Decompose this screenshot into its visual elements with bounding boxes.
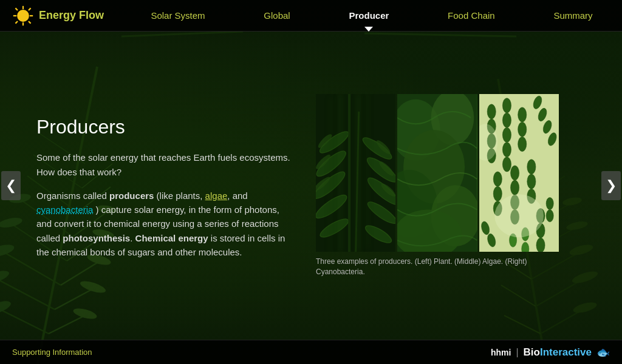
body-text-p5: . xyxy=(130,233,135,243)
algae-link[interactable]: algae xyxy=(205,190,228,201)
right-arrow-button[interactable]: ❯ xyxy=(601,171,621,200)
navbar: Energy Flow Solar System Global Producer… xyxy=(0,0,622,32)
nav-item-solar-system[interactable]: Solar System xyxy=(145,10,211,21)
svg-point-99 xyxy=(493,186,502,201)
svg-point-105 xyxy=(527,160,535,174)
svg-line-51 xyxy=(29,8,31,10)
cyanobacteria-image xyxy=(479,94,559,252)
nav-links: Solar System Global Producer Food Chain … xyxy=(121,10,622,21)
fish-icon: 🐟 xyxy=(596,346,610,359)
logo-separator: | xyxy=(516,347,518,358)
bold-chemical-energy: Chemical energy xyxy=(135,233,208,243)
svg-rect-79 xyxy=(397,94,477,252)
svg-point-91 xyxy=(518,107,526,122)
svg-point-113 xyxy=(546,198,553,210)
footer: Supporting Information hhmi | BioInterac… xyxy=(0,340,622,364)
image-caption: Three examples of producers. (Left) Plan… xyxy=(316,257,559,277)
svg-line-52 xyxy=(15,21,18,24)
nav-item-global[interactable]: Global xyxy=(258,10,296,21)
svg-line-50 xyxy=(29,21,31,24)
prev-button[interactable]: ❮ xyxy=(0,32,22,340)
svg-point-89 xyxy=(502,143,511,157)
nav-item-summary[interactable]: Summary xyxy=(547,10,598,21)
hhmi-logo: hhmi | BioInteractive 🐟 xyxy=(491,346,610,359)
svg-rect-71 xyxy=(316,94,395,252)
app-title: Energy Flow xyxy=(39,9,104,22)
cyanobacteria-link[interactable]: cyanobacteria xyxy=(36,204,93,215)
svg-point-114 xyxy=(546,210,553,222)
next-button[interactable]: ❯ xyxy=(600,32,622,340)
left-arrow-button[interactable]: ❮ xyxy=(1,171,21,200)
svg-point-118 xyxy=(494,195,544,238)
interactive-text: Interactive xyxy=(540,346,592,358)
nav-logo[interactable]: Energy Flow xyxy=(0,5,121,27)
svg-point-86 xyxy=(502,98,511,113)
supporting-info-link[interactable]: Supporting Information xyxy=(12,348,92,357)
svg-line-49 xyxy=(15,8,18,10)
image-section: Three examples of producers. (Left) Plan… xyxy=(316,94,559,277)
active-caret xyxy=(364,27,373,32)
body-text-p1: Organisms called xyxy=(36,190,109,201)
svg-point-87 xyxy=(502,113,511,127)
algae-image xyxy=(397,94,477,252)
svg-point-101 xyxy=(510,166,519,180)
bio-text: Bio xyxy=(524,346,540,358)
hhmi-text: hhmi xyxy=(491,348,511,357)
body-text-p3: , and xyxy=(227,190,247,201)
svg-point-93 xyxy=(518,137,526,152)
svg-point-102 xyxy=(510,180,519,195)
body-paragraph: Organisms called producers (like plants,… xyxy=(36,189,292,259)
text-section: Producers Some of the solar energy that … xyxy=(36,112,292,259)
sun-icon xyxy=(12,5,34,27)
section-title: Producers xyxy=(36,112,292,143)
svg-point-90 xyxy=(502,157,511,172)
svg-point-112 xyxy=(536,238,545,252)
plant-image xyxy=(316,94,395,252)
svg-point-92 xyxy=(518,122,526,136)
main-content: Producers Some of the solar energy that … xyxy=(0,32,622,340)
svg-point-106 xyxy=(527,174,535,189)
svg-point-82 xyxy=(487,104,496,119)
bio-interactive-logo: BioInteractive xyxy=(524,346,592,359)
intro-paragraph: Some of the solar energy that reaches Ea… xyxy=(36,150,292,179)
svg-point-44 xyxy=(17,10,29,22)
svg-point-88 xyxy=(502,127,511,142)
bold-producers: producers xyxy=(109,190,154,201)
nav-item-food-chain[interactable]: Food Chain xyxy=(442,10,501,21)
nav-item-producer[interactable]: Producer xyxy=(343,10,395,21)
body-text-p2: (like plants, xyxy=(154,190,205,201)
image-trio xyxy=(316,94,559,252)
svg-point-98 xyxy=(493,172,502,186)
bold-photosynthesis: photosynthesis xyxy=(63,233,130,243)
